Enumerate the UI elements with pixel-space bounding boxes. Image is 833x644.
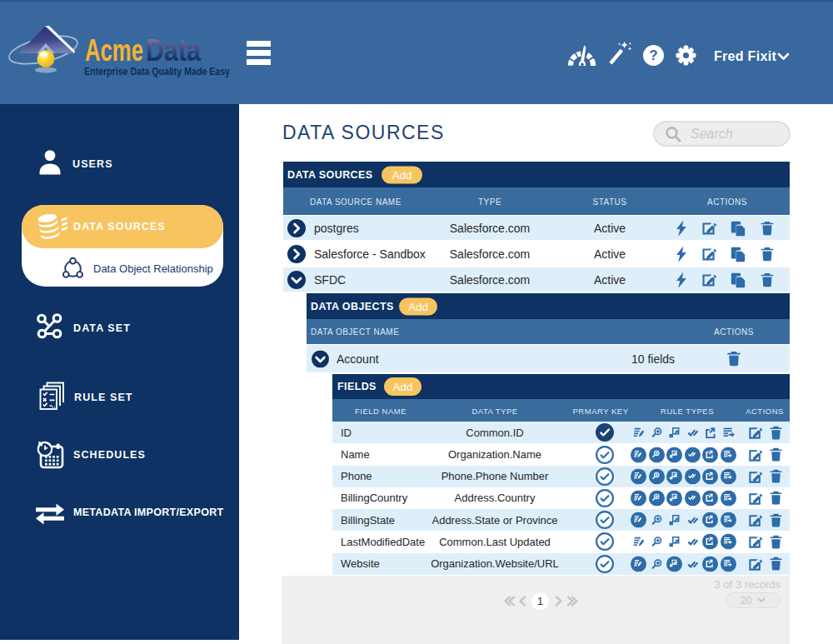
svg-text:Acme: Acme — [85, 33, 143, 67]
svg-text:Enterprise Data Quality Made E: Enterprise Data Quality Made Easy — [84, 66, 230, 77]
svg-text:Data: Data — [146, 33, 201, 67]
svg-text:?: ? — [649, 47, 657, 62]
